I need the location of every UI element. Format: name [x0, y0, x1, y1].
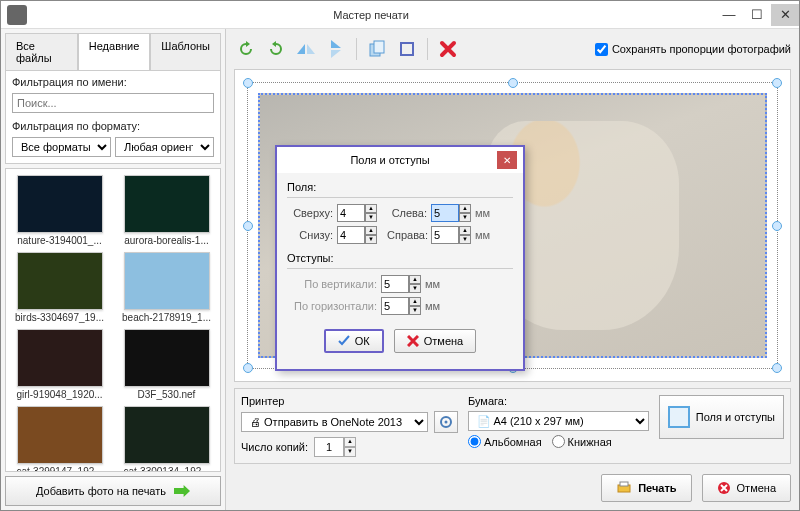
preserve-aspect[interactable]: Сохранять пропорции фотографий: [595, 43, 791, 56]
separator: [427, 38, 428, 60]
printer-icon: [616, 481, 632, 495]
preserve-checkbox[interactable]: [595, 43, 608, 56]
vgap-input[interactable]: [381, 275, 409, 293]
thumbnail-caption: cat-3299147_192...: [15, 466, 105, 472]
bottom-panel: Принтер 🖨 Отправить в OneNote 2013 Число…: [234, 388, 791, 464]
thumbnail-caption: girl-919048_1920...: [15, 389, 105, 400]
resize-handle[interactable]: [772, 363, 782, 373]
thumbnail[interactable]: nature-3194001_...: [8, 175, 111, 246]
dialog-titlebar[interactable]: Поля и отступы ✕: [277, 147, 523, 173]
spin-up[interactable]: ▲: [365, 204, 377, 213]
thumbnail[interactable]: girl-919048_1920...: [8, 329, 111, 400]
copy-icon[interactable]: [365, 37, 389, 61]
crop-icon[interactable]: [395, 37, 419, 61]
resize-handle[interactable]: [772, 78, 782, 88]
dialog-cancel-button[interactable]: Отмена: [394, 329, 476, 353]
dialog-title: Поля и отступы: [283, 154, 497, 166]
thumbnail[interactable]: aurora-borealis-1...: [115, 175, 218, 246]
orientation-landscape[interactable]: Альбомная: [468, 435, 542, 448]
app-icon: [7, 5, 27, 25]
thumbnail[interactable]: D3F_530.nef: [115, 329, 218, 400]
printer-settings-button[interactable]: [434, 411, 458, 433]
resize-handle[interactable]: [508, 78, 518, 88]
resize-handle[interactable]: [772, 221, 782, 231]
close-button[interactable]: ✕: [771, 4, 799, 26]
format-select[interactable]: Все форматы: [12, 137, 111, 157]
thumbnail-image: [124, 252, 210, 310]
thumbnail[interactable]: birds-3304697_19...: [8, 252, 111, 323]
right-panel: Сохранять пропорции фотографий Поля и от…: [226, 29, 799, 510]
thumbnail[interactable]: cat-3299147_192...: [8, 406, 111, 472]
thumbnail-caption: beach-2178919_1...: [122, 312, 212, 323]
rotate-left-icon[interactable]: [234, 37, 258, 61]
check-icon: [338, 335, 350, 347]
thumbnail-caption: nature-3194001_...: [15, 235, 105, 246]
orientation-select[interactable]: Любая ориентация: [115, 137, 214, 157]
add-photo-label: Добавить фото на печать: [36, 485, 166, 497]
dialog-ok-button[interactable]: ОК: [324, 329, 384, 353]
resize-handle[interactable]: [243, 363, 253, 373]
titlebar: Мастер печати — ☐ ✕: [1, 1, 799, 29]
spin-down[interactable]: ▼: [409, 306, 421, 315]
svg-rect-2: [401, 43, 413, 55]
spin-down[interactable]: ▼: [459, 235, 471, 244]
delete-icon[interactable]: [436, 37, 460, 61]
x-icon: [407, 335, 419, 347]
spin-up[interactable]: ▲: [459, 226, 471, 235]
spin-down[interactable]: ▼: [459, 213, 471, 222]
spin-down[interactable]: ▼: [409, 284, 421, 293]
flip-horizontal-icon[interactable]: [294, 37, 318, 61]
search-input[interactable]: [12, 93, 214, 113]
thumbnail-image: [17, 175, 103, 233]
dialog-close-button[interactable]: ✕: [497, 151, 517, 169]
separator: [356, 38, 357, 60]
resize-handle[interactable]: [243, 78, 253, 88]
svg-rect-1: [374, 41, 384, 53]
margin-left-input[interactable]: [431, 204, 459, 222]
thumbnail[interactable]: beach-2178919_1...: [115, 252, 218, 323]
gaps-section-label: Отступы:: [287, 252, 513, 264]
thumbnail[interactable]: cat-3300134_192...: [115, 406, 218, 472]
cancel-icon: [717, 481, 731, 495]
resize-handle[interactable]: [243, 221, 253, 231]
print-button[interactable]: Печать: [601, 474, 691, 502]
margin-right-input[interactable]: [431, 226, 459, 244]
paper-select[interactable]: 📄 A4 (210 x 297 мм): [468, 411, 649, 431]
margins-button[interactable]: Поля и отступы: [659, 395, 784, 439]
hgap-input[interactable]: [381, 297, 409, 315]
spin-up[interactable]: ▲: [344, 437, 356, 447]
thumbnail-image: [124, 175, 210, 233]
flip-vertical-icon[interactable]: [324, 37, 348, 61]
orientation-portrait[interactable]: Книжная: [552, 435, 612, 448]
tab-recent[interactable]: Недавние: [78, 33, 151, 70]
filter-name-label: Фильтрация по имени:: [12, 76, 214, 88]
minimize-button[interactable]: —: [715, 4, 743, 26]
cancel-button[interactable]: Отмена: [702, 474, 791, 502]
spin-down[interactable]: ▼: [365, 213, 377, 222]
svg-rect-6: [620, 482, 628, 486]
margins-icon: [668, 406, 690, 428]
spin-up[interactable]: ▲: [365, 226, 377, 235]
thumbnails-scroll[interactable]: nature-3194001_...aurora-borealis-1...bi…: [5, 168, 221, 472]
margin-top-input[interactable]: [337, 204, 365, 222]
spin-up[interactable]: ▲: [409, 297, 421, 306]
spin-down[interactable]: ▼: [344, 447, 356, 457]
thumbnail-image: [17, 406, 103, 464]
add-photo-button[interactable]: Добавить фото на печать: [5, 476, 221, 506]
thumbnail-image: [17, 252, 103, 310]
tab-templates[interactable]: Шаблоны: [150, 33, 221, 70]
printer-select[interactable]: 🖨 Отправить в OneNote 2013: [241, 412, 428, 432]
margin-left-label: Слева:: [387, 207, 427, 219]
margin-bottom-input[interactable]: [337, 226, 365, 244]
spin-down[interactable]: ▼: [365, 235, 377, 244]
thumbnail-image: [124, 406, 210, 464]
svg-point-4: [444, 421, 447, 424]
spin-up[interactable]: ▲: [459, 204, 471, 213]
window-buttons: — ☐ ✕: [715, 4, 799, 26]
spin-up[interactable]: ▲: [409, 275, 421, 284]
gear-icon: [439, 415, 453, 429]
maximize-button[interactable]: ☐: [743, 4, 771, 26]
rotate-right-icon[interactable]: [264, 37, 288, 61]
tab-all-files[interactable]: Все файлы: [5, 33, 78, 70]
copies-input[interactable]: [314, 437, 344, 457]
